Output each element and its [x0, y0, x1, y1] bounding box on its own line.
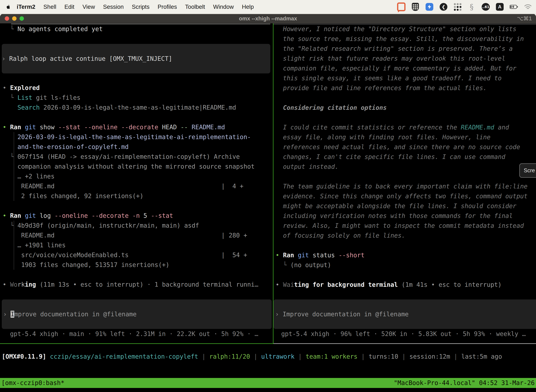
terminal-row	[3, 112, 273, 122]
ralph-loop-banner: › Ralph loop active continue [OMX_TMUX_I…	[2, 44, 270, 73]
dots-grid-icon[interactable]	[453, 3, 462, 11]
terminal-row: the source tree, missing the essay. Stil…	[276, 34, 536, 44]
terminal-row: › Ralph loop active continue [OMX_TMUX_I…	[2, 54, 172, 64]
terminal-row: essay file, along with finding root file…	[276, 132, 536, 142]
terminal-row: Considering citation options	[276, 103, 536, 112]
terminal-row	[276, 240, 536, 250]
terminal-row: evidence. Since this change only affects…	[276, 191, 536, 201]
terminal-row: src/voice/voiceModeEnabled.ts | 54 +	[3, 250, 273, 260]
left-output: • Explored └ List git ls-files Search 20…	[0, 83, 273, 289]
right-pane-bottom-border	[273, 343, 536, 344]
terminal-row: › Improve documentation in @filename	[3, 309, 137, 319]
terminal-row: companion file, especially if more comme…	[276, 63, 536, 73]
terminal-row: • Explored	[3, 83, 273, 93]
terminal-row: might be acceptable alongside the file l…	[276, 201, 536, 211]
menu-item-profiles[interactable]: Profiles	[153, 4, 181, 10]
terminal-row: › Improve documentation in @filename	[275, 309, 409, 319]
badge-61-icon[interactable]: ..61	[482, 3, 490, 11]
menu-bar-status-icons: ❮ § ..61 A	[397, 3, 536, 11]
terminal-row	[3, 270, 273, 280]
terminal-row: 2 files changed, 92 insertions(+)	[3, 191, 273, 201]
right-terminal-pane[interactable]: However, I noticed the "Directory Struct…	[273, 23, 536, 343]
terminal-row: └ No agents completed yet	[3, 24, 273, 34]
menu-item-shell[interactable]: Shell	[39, 4, 60, 10]
left-pane-bottom-border	[0, 343, 273, 344]
omx-status-bar: [OMX#0.11.9] cczip/essay/ai-reimplementa…	[2, 352, 536, 361]
menu-item-iterm2[interactable]: iTerm2	[13, 4, 39, 10]
terminal-row: provide file and line references from th…	[276, 83, 536, 93]
terminal-row: slight risk that future readers may over…	[276, 54, 536, 63]
shield-icon[interactable]	[411, 3, 420, 11]
menu-bar: iTerm2ShellEditViewSessionScriptsProfile…	[0, 0, 536, 14]
terminal-row: • Waiting for background terminal (1m 41…	[276, 280, 536, 289]
right-status-line: gpt-5.4 xhigh · 96% left · 520K in · 5.8…	[281, 329, 526, 339]
terminal-row: 2026-03-09-is-legal-the-same-as-legitima…	[3, 132, 273, 142]
left-prompt-text: › Improve documentation in @filename	[3, 309, 137, 319]
apple-menu-icon[interactable]	[6, 4, 11, 10]
right-prompt-input[interactable]: › Improve documentation in @filename	[273, 299, 536, 329]
terminal-row: └ 067f154 (HEAD -> essay/ai-reimplementa…	[3, 152, 273, 162]
terminal-row: The team guideline is to back every impo…	[276, 182, 536, 191]
terminal-row: README.md | 4 +	[3, 181, 273, 191]
terminal-row: 1903 files changed, 513517 insertions(+)	[3, 260, 273, 270]
screen-edge-tooltip[interactable]: Scre	[519, 163, 536, 178]
terminal-row	[276, 172, 536, 182]
terminal-row: the "Related research writing" section i…	[276, 44, 536, 54]
right-output: However, I noticed the "Directory Struct…	[273, 24, 536, 289]
squiggle-icon[interactable]: §	[467, 3, 476, 11]
window-title-bar[interactable]: omx --xhigh --madmax ⌥⌘1	[0, 14, 536, 23]
menu-item-edit[interactable]: Edit	[60, 4, 78, 10]
terminal-row	[276, 112, 536, 122]
terminal-row: references need actual files, and since …	[276, 142, 536, 152]
terminal-row	[276, 93, 536, 103]
terminal-row: └ 4b9d30f (origin/main, instructkr/main,…	[3, 221, 273, 230]
a-app-icon[interactable]: A	[496, 3, 504, 11]
terminal-row: including verification notes with those …	[276, 211, 536, 221]
chevron-circle-icon[interactable]: ❮	[439, 3, 448, 11]
tmux-session-name: [omx-cczip0:bash*	[1, 378, 64, 388]
tmux-host-time: "MacBook-Pro-44.local" 04:52 31-Mar-26	[394, 378, 535, 388]
terminal-row: this single essay, it seems like a good …	[276, 73, 536, 83]
terminal-row: However, I noticed the "Directory Struct…	[276, 24, 536, 34]
bolt-app-icon[interactable]	[425, 3, 434, 11]
terminal-row: └ List git ls-files	[3, 93, 273, 103]
terminal-row: [OMX#0.11.9] cczip/essay/ai-reimplementa…	[2, 352, 536, 361]
menu-item-view[interactable]: View	[78, 4, 99, 10]
terminal-row: of focusing solely on file lines.	[276, 231, 536, 240]
menu-item-window[interactable]: Window	[209, 4, 238, 10]
close-window-button[interactable]	[5, 16, 9, 21]
left-terminal-pane[interactable]: └ No agents completed yet › Ralph loop a…	[0, 23, 273, 343]
terminal-row: companion analysis without altering the …	[3, 162, 273, 171]
left-status-line: gpt-5.4 xhigh · main · 91% left · 2.31M …	[10, 329, 258, 339]
menu-item-session[interactable]: Session	[99, 4, 128, 10]
wifi-icon[interactable]	[524, 3, 532, 11]
terminal-row: … +1901 lines	[3, 240, 273, 250]
menu-item-scripts[interactable]: Scripts	[128, 4, 153, 10]
ralph-loop-text: › Ralph loop active continue [OMX_TMUX_I…	[2, 54, 172, 64]
terminal-row: • Ran git show --stat --oneline --decora…	[3, 122, 273, 132]
chat-app-icon[interactable]	[397, 3, 406, 11]
terminal-row: review. Also, I might want to inspect th…	[276, 221, 536, 231]
terminal-row	[3, 201, 273, 211]
terminal-row: README.md | 280 +	[3, 230, 273, 240]
left-prompt-input[interactable]: › Improve documentation in @filename	[2, 299, 272, 329]
tmux-status-bar: [omx-cczip0:bash* "MacBook-Pro-44.local"…	[0, 378, 536, 388]
zoom-window-button[interactable]	[19, 16, 24, 21]
battery-charging-icon[interactable]	[510, 3, 518, 11]
menu-item-toolbelt[interactable]: Toolbelt	[181, 4, 209, 10]
terminal-row: • Ran git status --short	[276, 250, 536, 260]
iterm2-window: omx --xhigh --madmax ⌥⌘1 └ No agents com…	[0, 14, 536, 392]
menu-item-help[interactable]: Help	[238, 4, 258, 10]
terminal-row: └ (no output)	[276, 260, 536, 270]
window-shortcut-badge: ⌥⌘1	[517, 15, 532, 22]
minimize-window-button[interactable]	[12, 16, 17, 21]
terminal-row: • Working (11m 13s • esc to interrupt) ·…	[3, 280, 273, 289]
terminal-row	[276, 270, 536, 280]
terminal-row: changes, I can't cite specific file line…	[276, 152, 536, 162]
left-output-top: └ No agents completed yet	[0, 24, 273, 34]
right-prompt-text: › Improve documentation in @filename	[275, 309, 409, 319]
terminal-row: Search 2026-03-09-is-legal-the-same-as-l…	[3, 103, 273, 112]
terminal-row: I could cite commit statistics or refere…	[276, 122, 536, 132]
terminal-row: • Ran git log --oneline --decorate -n 5 …	[3, 211, 273, 221]
menu-items: iTerm2ShellEditViewSessionScriptsProfile…	[13, 4, 258, 10]
